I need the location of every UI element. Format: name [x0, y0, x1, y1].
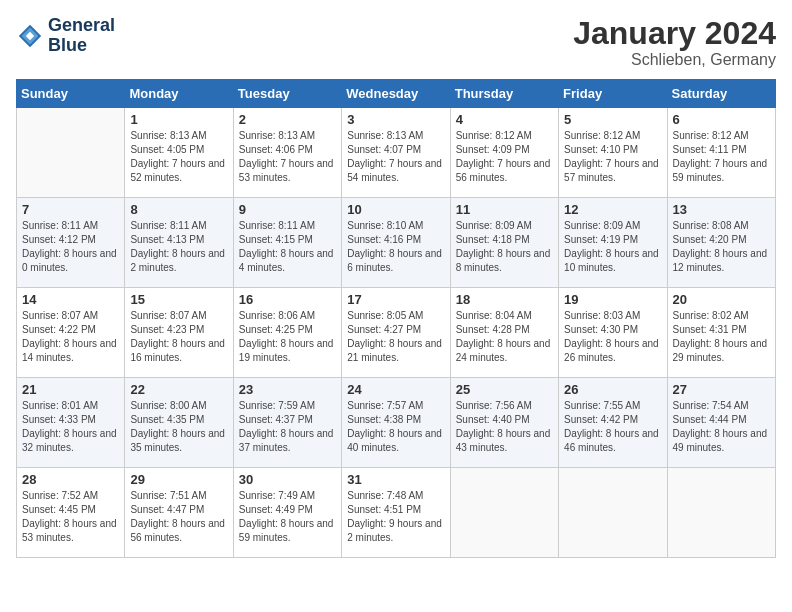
- calendar-cell: [559, 468, 667, 558]
- calendar-cell: 18Sunrise: 8:04 AMSunset: 4:28 PMDayligh…: [450, 288, 558, 378]
- calendar-cell: 27Sunrise: 7:54 AMSunset: 4:44 PMDayligh…: [667, 378, 775, 468]
- day-number: 5: [564, 112, 661, 127]
- cell-info: Sunrise: 8:12 AMSunset: 4:09 PMDaylight:…: [456, 129, 553, 185]
- weekday-header: Saturday: [667, 80, 775, 108]
- day-number: 8: [130, 202, 227, 217]
- calendar-cell: [667, 468, 775, 558]
- day-number: 9: [239, 202, 336, 217]
- cell-info: Sunrise: 8:04 AMSunset: 4:28 PMDaylight:…: [456, 309, 553, 365]
- cell-info: Sunrise: 8:12 AMSunset: 4:10 PMDaylight:…: [564, 129, 661, 185]
- weekday-header: Wednesday: [342, 80, 450, 108]
- day-number: 10: [347, 202, 444, 217]
- day-number: 3: [347, 112, 444, 127]
- calendar-cell: 22Sunrise: 8:00 AMSunset: 4:35 PMDayligh…: [125, 378, 233, 468]
- day-number: 25: [456, 382, 553, 397]
- calendar-cell: 5Sunrise: 8:12 AMSunset: 4:10 PMDaylight…: [559, 108, 667, 198]
- cell-info: Sunrise: 8:06 AMSunset: 4:25 PMDaylight:…: [239, 309, 336, 365]
- day-number: 23: [239, 382, 336, 397]
- cell-info: Sunrise: 7:57 AMSunset: 4:38 PMDaylight:…: [347, 399, 444, 455]
- calendar-header: SundayMondayTuesdayWednesdayThursdayFrid…: [17, 80, 776, 108]
- cell-info: Sunrise: 8:07 AMSunset: 4:23 PMDaylight:…: [130, 309, 227, 365]
- day-number: 16: [239, 292, 336, 307]
- day-number: 28: [22, 472, 119, 487]
- day-number: 6: [673, 112, 770, 127]
- logo-icon: [16, 22, 44, 50]
- day-number: 27: [673, 382, 770, 397]
- cell-info: Sunrise: 7:54 AMSunset: 4:44 PMDaylight:…: [673, 399, 770, 455]
- calendar-cell: 20Sunrise: 8:02 AMSunset: 4:31 PMDayligh…: [667, 288, 775, 378]
- calendar-cell: 25Sunrise: 7:56 AMSunset: 4:40 PMDayligh…: [450, 378, 558, 468]
- calendar-cell: 11Sunrise: 8:09 AMSunset: 4:18 PMDayligh…: [450, 198, 558, 288]
- day-number: 1: [130, 112, 227, 127]
- weekday-header: Tuesday: [233, 80, 341, 108]
- calendar-cell: 9Sunrise: 8:11 AMSunset: 4:15 PMDaylight…: [233, 198, 341, 288]
- day-number: 30: [239, 472, 336, 487]
- calendar-cell: 12Sunrise: 8:09 AMSunset: 4:19 PMDayligh…: [559, 198, 667, 288]
- day-number: 13: [673, 202, 770, 217]
- calendar-cell: 30Sunrise: 7:49 AMSunset: 4:49 PMDayligh…: [233, 468, 341, 558]
- calendar-cell: 29Sunrise: 7:51 AMSunset: 4:47 PMDayligh…: [125, 468, 233, 558]
- calendar-table: SundayMondayTuesdayWednesdayThursdayFrid…: [16, 79, 776, 558]
- cell-info: Sunrise: 8:12 AMSunset: 4:11 PMDaylight:…: [673, 129, 770, 185]
- calendar-cell: 14Sunrise: 8:07 AMSunset: 4:22 PMDayligh…: [17, 288, 125, 378]
- cell-info: Sunrise: 8:13 AMSunset: 4:06 PMDaylight:…: [239, 129, 336, 185]
- day-number: 7: [22, 202, 119, 217]
- calendar-cell: 21Sunrise: 8:01 AMSunset: 4:33 PMDayligh…: [17, 378, 125, 468]
- day-number: 11: [456, 202, 553, 217]
- location-title: Schlieben, Germany: [573, 51, 776, 69]
- calendar-cell: 7Sunrise: 8:11 AMSunset: 4:12 PMDaylight…: [17, 198, 125, 288]
- logo-text: General Blue: [48, 16, 115, 56]
- cell-info: Sunrise: 8:11 AMSunset: 4:13 PMDaylight:…: [130, 219, 227, 275]
- cell-info: Sunrise: 8:07 AMSunset: 4:22 PMDaylight:…: [22, 309, 119, 365]
- cell-info: Sunrise: 8:05 AMSunset: 4:27 PMDaylight:…: [347, 309, 444, 365]
- calendar-cell: 24Sunrise: 7:57 AMSunset: 4:38 PMDayligh…: [342, 378, 450, 468]
- cell-info: Sunrise: 7:56 AMSunset: 4:40 PMDaylight:…: [456, 399, 553, 455]
- cell-info: Sunrise: 7:55 AMSunset: 4:42 PMDaylight:…: [564, 399, 661, 455]
- calendar-cell: 31Sunrise: 7:48 AMSunset: 4:51 PMDayligh…: [342, 468, 450, 558]
- weekday-header: Monday: [125, 80, 233, 108]
- day-number: 2: [239, 112, 336, 127]
- calendar-cell: 15Sunrise: 8:07 AMSunset: 4:23 PMDayligh…: [125, 288, 233, 378]
- cell-info: Sunrise: 8:09 AMSunset: 4:18 PMDaylight:…: [456, 219, 553, 275]
- day-number: 26: [564, 382, 661, 397]
- day-number: 19: [564, 292, 661, 307]
- cell-info: Sunrise: 7:49 AMSunset: 4:49 PMDaylight:…: [239, 489, 336, 545]
- calendar-week-row: 7Sunrise: 8:11 AMSunset: 4:12 PMDaylight…: [17, 198, 776, 288]
- day-number: 17: [347, 292, 444, 307]
- day-number: 18: [456, 292, 553, 307]
- calendar-cell: 3Sunrise: 8:13 AMSunset: 4:07 PMDaylight…: [342, 108, 450, 198]
- logo: General Blue: [16, 16, 115, 56]
- cell-info: Sunrise: 8:02 AMSunset: 4:31 PMDaylight:…: [673, 309, 770, 365]
- calendar-cell: 8Sunrise: 8:11 AMSunset: 4:13 PMDaylight…: [125, 198, 233, 288]
- cell-info: Sunrise: 8:01 AMSunset: 4:33 PMDaylight:…: [22, 399, 119, 455]
- cell-info: Sunrise: 8:00 AMSunset: 4:35 PMDaylight:…: [130, 399, 227, 455]
- cell-info: Sunrise: 8:09 AMSunset: 4:19 PMDaylight:…: [564, 219, 661, 275]
- calendar-cell: 19Sunrise: 8:03 AMSunset: 4:30 PMDayligh…: [559, 288, 667, 378]
- calendar-week-row: 14Sunrise: 8:07 AMSunset: 4:22 PMDayligh…: [17, 288, 776, 378]
- page-header: General Blue January 2024 Schlieben, Ger…: [16, 16, 776, 69]
- day-number: 29: [130, 472, 227, 487]
- calendar-cell: 28Sunrise: 7:52 AMSunset: 4:45 PMDayligh…: [17, 468, 125, 558]
- calendar-cell: 16Sunrise: 8:06 AMSunset: 4:25 PMDayligh…: [233, 288, 341, 378]
- calendar-cell: 23Sunrise: 7:59 AMSunset: 4:37 PMDayligh…: [233, 378, 341, 468]
- cell-info: Sunrise: 7:48 AMSunset: 4:51 PMDaylight:…: [347, 489, 444, 545]
- month-title: January 2024: [573, 16, 776, 51]
- day-number: 15: [130, 292, 227, 307]
- day-number: 20: [673, 292, 770, 307]
- calendar-cell: 1Sunrise: 8:13 AMSunset: 4:05 PMDaylight…: [125, 108, 233, 198]
- title-block: January 2024 Schlieben, Germany: [573, 16, 776, 69]
- calendar-cell: 6Sunrise: 8:12 AMSunset: 4:11 PMDaylight…: [667, 108, 775, 198]
- calendar-cell: 2Sunrise: 8:13 AMSunset: 4:06 PMDaylight…: [233, 108, 341, 198]
- day-number: 31: [347, 472, 444, 487]
- calendar-cell: 17Sunrise: 8:05 AMSunset: 4:27 PMDayligh…: [342, 288, 450, 378]
- calendar-cell: 13Sunrise: 8:08 AMSunset: 4:20 PMDayligh…: [667, 198, 775, 288]
- day-number: 21: [22, 382, 119, 397]
- calendar-week-row: 28Sunrise: 7:52 AMSunset: 4:45 PMDayligh…: [17, 468, 776, 558]
- calendar-week-row: 1Sunrise: 8:13 AMSunset: 4:05 PMDaylight…: [17, 108, 776, 198]
- weekday-header: Thursday: [450, 80, 558, 108]
- cell-info: Sunrise: 7:52 AMSunset: 4:45 PMDaylight:…: [22, 489, 119, 545]
- weekday-header: Friday: [559, 80, 667, 108]
- day-number: 4: [456, 112, 553, 127]
- day-number: 14: [22, 292, 119, 307]
- cell-info: Sunrise: 8:03 AMSunset: 4:30 PMDaylight:…: [564, 309, 661, 365]
